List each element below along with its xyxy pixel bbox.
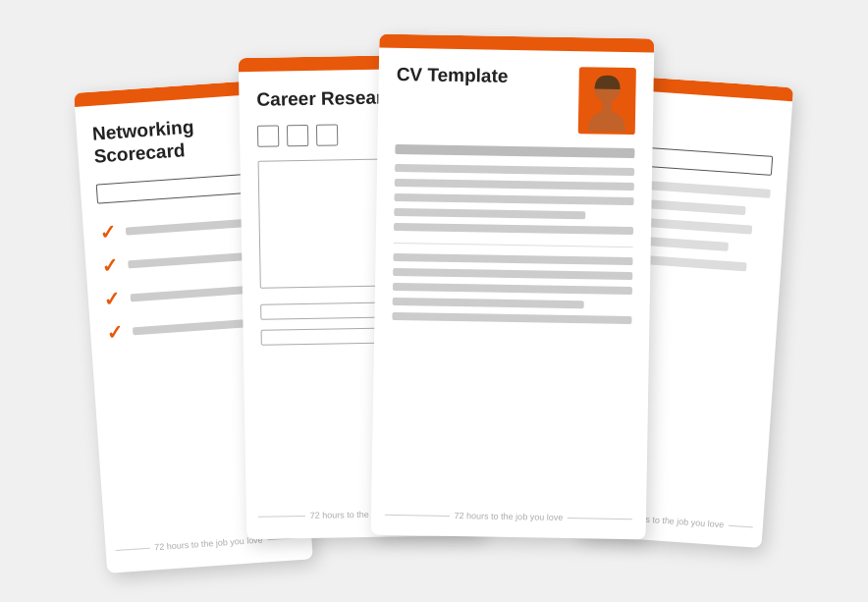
checkbox-2 (287, 124, 308, 145)
career-footer-left-line (258, 515, 305, 517)
networking-footer-left-line (116, 547, 150, 550)
cv-line-10 (392, 311, 631, 323)
cv-line-7 (393, 267, 632, 279)
cv-line-4 (394, 207, 585, 218)
checkmark-1: ✓ (98, 221, 116, 242)
footer-right-line (729, 524, 753, 527)
cv-lines-section-1 (394, 163, 634, 234)
avatar-icon (578, 67, 636, 135)
card-cv: CV Template (371, 33, 655, 539)
checkbox-3 (316, 124, 338, 145)
cv-line-6 (393, 252, 632, 264)
cv-line-9 (393, 297, 584, 307)
cv-line-1 (395, 163, 634, 175)
card-cv-footer: 72 hours to the job you love (371, 509, 646, 523)
cv-divider (394, 242, 633, 246)
cv-line-5 (394, 222, 633, 234)
cv-avatar (578, 67, 636, 135)
card-cv-body: CV Template (374, 47, 654, 348)
card-networking-input (96, 173, 245, 203)
cv-lines-section-2 (392, 252, 632, 323)
cards-scene: g 72 hours to the job you love Networkin… (90, 27, 778, 576)
checkmark-2: ✓ (101, 254, 119, 275)
card-networking-tagline: 72 hours to the job you love (154, 534, 263, 552)
cv-header-row: CV Template (396, 63, 636, 134)
svg-rect-1 (602, 99, 612, 112)
checkbox-1 (257, 125, 279, 146)
cv-line-8 (393, 282, 632, 294)
cv-line-2 (395, 178, 634, 190)
checkmark-4: ✓ (106, 321, 124, 342)
checkmark-3: ✓ (103, 288, 121, 308)
card-cv-title: CV Template (397, 63, 509, 87)
cv-footer-left-line (385, 514, 450, 516)
card-cv-tagline: 72 hours to the job you love (455, 511, 564, 522)
cv-name-line (395, 143, 634, 157)
cv-footer-right-line (568, 517, 632, 519)
cv-line-3 (395, 192, 634, 204)
